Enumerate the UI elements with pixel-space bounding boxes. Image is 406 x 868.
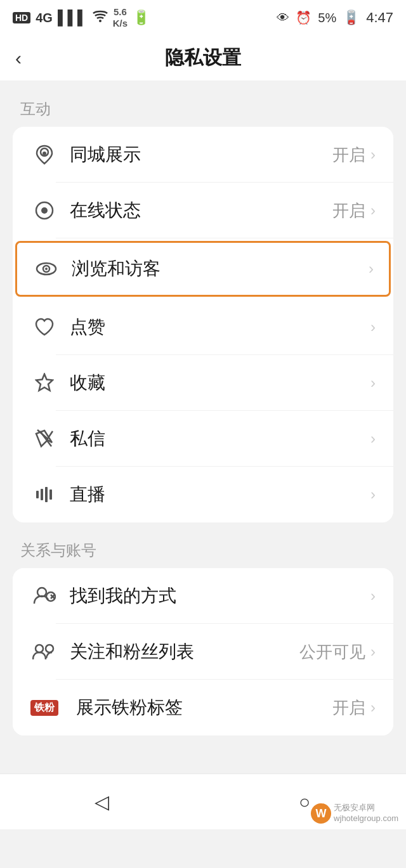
follow-fans-icon xyxy=(30,638,58,666)
tongcheng-value: 开启 xyxy=(332,144,365,166)
zaixian-label: 在线状态 xyxy=(70,198,332,223)
shoucang-arrow: › xyxy=(370,374,376,392)
signal-icon: ▌▌▌ xyxy=(58,10,88,26)
status-left: HD 4G ▌▌▌ 5.6K/s 🔋 xyxy=(13,6,150,29)
watermark-logo: W xyxy=(311,803,331,824)
browse-visitor-item[interactable]: 浏览和访客 › xyxy=(15,241,391,297)
sixin-arrow: › xyxy=(370,430,376,448)
svg-point-16 xyxy=(46,592,55,601)
browse-visitor-icon xyxy=(32,255,60,283)
findme-item[interactable]: 找到我的方式 › xyxy=(13,568,393,624)
online-status-icon xyxy=(30,197,58,224)
zhibo-label: 直播 xyxy=(70,483,365,507)
svg-point-0 xyxy=(99,20,102,22)
tongcheng-item[interactable]: 同城展示 开启 › xyxy=(13,127,393,183)
findme-arrow: › xyxy=(370,587,376,605)
message-icon xyxy=(30,425,58,453)
back-button[interactable]: ‹ xyxy=(15,49,22,68)
top-nav: ‹ 隐私设置 xyxy=(0,36,406,81)
back-nav-button[interactable]: ◁ xyxy=(82,783,121,821)
status-bar: HD 4G ▌▌▌ 5.6K/s 🔋 👁 ⏰ 5% 🪫 4:47 xyxy=(0,0,406,36)
followfans-item[interactable]: 关注和粉丝列表 公开可见 › xyxy=(13,624,393,680)
zaixian-arrow: › xyxy=(370,202,376,219)
svg-point-2 xyxy=(43,152,46,155)
watermark-text: 无极安卓网wjhotelgroup.com xyxy=(334,803,398,824)
zhibo-arrow: › xyxy=(370,486,376,503)
dianzan-item[interactable]: 点赞 › xyxy=(13,299,393,355)
dianzan-arrow: › xyxy=(370,318,376,336)
tiefan-badge: 铁粉 xyxy=(30,700,58,716)
tiefan-label: 展示铁粉标签 xyxy=(76,696,332,720)
followfans-label: 关注和粉丝列表 xyxy=(70,640,299,664)
dianzan-label: 点赞 xyxy=(70,315,365,339)
sixin-label: 私信 xyxy=(70,427,365,451)
bottom-nav-bar: ◁ ○ W 无极安卓网wjhotelgroup.com xyxy=(0,774,406,829)
live-icon xyxy=(30,481,58,508)
browse-visitor-arrow: › xyxy=(369,260,374,278)
network-indicator: 4G xyxy=(36,11,53,25)
clock: 4:47 xyxy=(366,10,393,26)
page-title: 隐私设置 xyxy=(165,45,241,71)
tiefan-item[interactable]: 铁粉 展示铁粉标签 开启 › xyxy=(13,680,393,735)
tiefan-icon: 铁粉 xyxy=(30,694,67,722)
findme-label: 找到我的方式 xyxy=(70,584,365,608)
alarm-icon: ⏰ xyxy=(296,10,311,25)
eye-icon: 👁 xyxy=(277,11,289,25)
browse-visitor-label: 浏览和访客 xyxy=(72,257,363,281)
tiefan-value: 开启 xyxy=(332,697,365,719)
zhibo-item[interactable]: 直播 › xyxy=(13,467,393,522)
shoucang-item[interactable]: 收藏 › xyxy=(13,355,393,411)
svg-rect-11 xyxy=(45,487,48,502)
svg-point-4 xyxy=(41,207,48,214)
find-me-icon xyxy=(30,582,58,610)
zaixian-value: 开启 xyxy=(332,200,365,222)
network-speed: 5.6K/s xyxy=(113,6,128,29)
svg-point-17 xyxy=(36,645,43,652)
svg-point-7 xyxy=(45,268,48,270)
section-label-hudong: 互动 xyxy=(0,81,406,127)
followfans-value: 公开可见 xyxy=(299,641,365,663)
zaixian-item[interactable]: 在线状态 开启 › xyxy=(13,183,393,238)
battery-percent: 5% xyxy=(318,11,336,25)
svg-rect-10 xyxy=(41,489,43,500)
guanxi-card: 找到我的方式 › 关注和粉丝列表 公开可见 › 铁粉 展示铁粉标签 开启 › xyxy=(13,568,393,735)
wifi-icon xyxy=(93,10,108,26)
svg-rect-9 xyxy=(36,491,39,498)
collect-icon xyxy=(30,369,58,397)
battery-icon: 🪫 xyxy=(343,10,360,26)
svg-point-18 xyxy=(46,645,53,652)
shoucang-label: 收藏 xyxy=(70,371,365,395)
section-label-guanxi: 关系与账号 xyxy=(0,522,406,568)
tongcheng-label: 同城展示 xyxy=(70,143,332,167)
status-right: 👁 ⏰ 5% 🪫 4:47 xyxy=(277,10,393,26)
like-icon xyxy=(30,313,58,341)
followfans-arrow: › xyxy=(370,643,376,661)
tiefan-arrow: › xyxy=(370,699,376,716)
phone-icon: 🔋 xyxy=(133,10,150,26)
hd-badge: HD xyxy=(13,12,30,23)
location-icon xyxy=(30,141,58,169)
sixin-item[interactable]: 私信 › xyxy=(13,411,393,467)
hudong-card: 同城展示 开启 › 在线状态 开启 › 浏览和访客 › 点赞 › 收藏 xyxy=(13,127,393,522)
svg-rect-12 xyxy=(49,489,52,500)
tongcheng-arrow: › xyxy=(370,146,376,164)
